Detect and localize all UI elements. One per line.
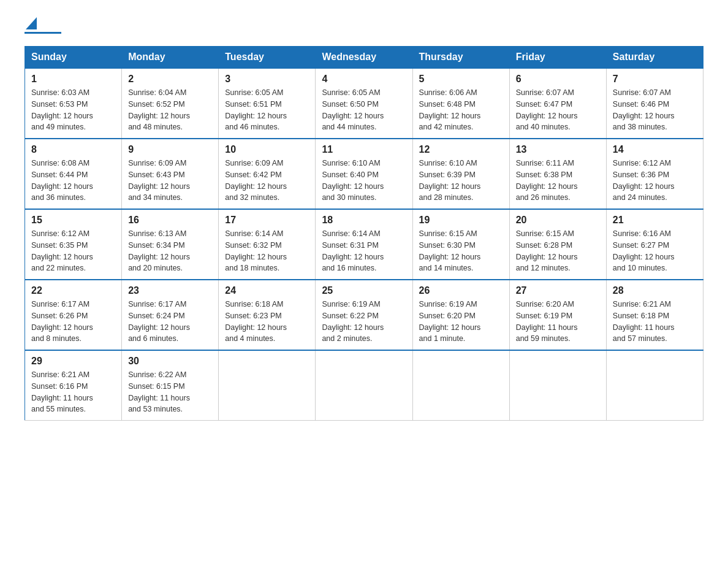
calendar-cell: 1Sunrise: 6:03 AM Sunset: 6:53 PM Daylig… — [25, 68, 122, 139]
calendar-cell: 18Sunrise: 6:14 AM Sunset: 6:31 PM Dayli… — [316, 209, 412, 280]
calendar-cell — [509, 350, 606, 421]
calendar-cell: 29Sunrise: 6:21 AM Sunset: 6:16 PM Dayli… — [25, 350, 122, 421]
day-number: 7 — [613, 74, 697, 85]
calendar-cell: 7Sunrise: 6:07 AM Sunset: 6:46 PM Daylig… — [606, 68, 703, 139]
day-number: 19 — [419, 215, 503, 226]
day-number: 22 — [31, 285, 115, 296]
day-number: 3 — [225, 74, 309, 85]
day-info: Sunrise: 6:09 AM Sunset: 6:43 PM Dayligh… — [128, 158, 212, 204]
calendar-cell: 27Sunrise: 6:20 AM Sunset: 6:19 PM Dayli… — [509, 280, 606, 350]
calendar-cell: 30Sunrise: 6:22 AM Sunset: 6:15 PM Dayli… — [122, 350, 219, 421]
calendar-cell: 2Sunrise: 6:04 AM Sunset: 6:52 PM Daylig… — [122, 68, 219, 139]
day-number: 10 — [225, 144, 309, 155]
day-info: Sunrise: 6:21 AM Sunset: 6:18 PM Dayligh… — [613, 299, 697, 345]
day-number: 5 — [419, 74, 503, 85]
day-info: Sunrise: 6:14 AM Sunset: 6:31 PM Dayligh… — [322, 228, 406, 274]
calendar-week-row: 8Sunrise: 6:08 AM Sunset: 6:44 PM Daylig… — [25, 139, 703, 209]
day-number: 15 — [31, 215, 115, 226]
calendar-cell: 10Sunrise: 6:09 AM Sunset: 6:42 PM Dayli… — [219, 139, 316, 209]
calendar-cell: 9Sunrise: 6:09 AM Sunset: 6:43 PM Daylig… — [122, 139, 219, 209]
day-number: 12 — [419, 144, 503, 155]
day-info: Sunrise: 6:18 AM Sunset: 6:23 PM Dayligh… — [225, 299, 309, 345]
day-info: Sunrise: 6:15 AM Sunset: 6:30 PM Dayligh… — [419, 228, 503, 274]
weekday-header-monday: Monday — [122, 47, 219, 69]
day-info: Sunrise: 6:07 AM Sunset: 6:47 PM Dayligh… — [516, 87, 600, 133]
day-number: 21 — [613, 215, 697, 226]
day-info: Sunrise: 6:05 AM Sunset: 6:50 PM Dayligh… — [322, 87, 406, 133]
day-number: 25 — [322, 285, 406, 296]
day-number: 4 — [322, 74, 406, 85]
day-info: Sunrise: 6:06 AM Sunset: 6:48 PM Dayligh… — [419, 87, 503, 133]
day-number: 13 — [516, 144, 600, 155]
calendar-cell: 25Sunrise: 6:19 AM Sunset: 6:22 PM Dayli… — [316, 280, 412, 350]
day-info: Sunrise: 6:17 AM Sunset: 6:26 PM Dayligh… — [31, 299, 115, 345]
day-info: Sunrise: 6:10 AM Sunset: 6:40 PM Dayligh… — [322, 158, 406, 204]
calendar-cell: 22Sunrise: 6:17 AM Sunset: 6:26 PM Dayli… — [25, 280, 122, 350]
weekday-header-row: SundayMondayTuesdayWednesdayThursdayFrid… — [25, 47, 703, 69]
svg-marker-0 — [26, 17, 37, 29]
weekday-header-sunday: Sunday — [25, 47, 122, 69]
day-number: 26 — [419, 285, 503, 296]
day-info: Sunrise: 6:19 AM Sunset: 6:22 PM Dayligh… — [322, 299, 406, 345]
logo — [25, 18, 64, 34]
calendar-cell: 4Sunrise: 6:05 AM Sunset: 6:50 PM Daylig… — [316, 68, 412, 139]
calendar-cell — [412, 350, 509, 421]
day-number: 9 — [128, 144, 212, 155]
calendar-cell: 26Sunrise: 6:19 AM Sunset: 6:20 PM Dayli… — [412, 280, 509, 350]
calendar-cell: 20Sunrise: 6:15 AM Sunset: 6:28 PM Dayli… — [509, 209, 606, 280]
day-number: 2 — [128, 74, 212, 85]
day-number: 27 — [516, 285, 600, 296]
day-info: Sunrise: 6:09 AM Sunset: 6:42 PM Dayligh… — [225, 158, 309, 204]
day-number: 14 — [613, 144, 697, 155]
calendar-table: SundayMondayTuesdayWednesdayThursdayFrid… — [25, 46, 703, 421]
day-info: Sunrise: 6:16 AM Sunset: 6:27 PM Dayligh… — [613, 228, 697, 274]
day-info: Sunrise: 6:22 AM Sunset: 6:15 PM Dayligh… — [128, 369, 212, 415]
day-number: 6 — [516, 74, 600, 85]
calendar-cell: 21Sunrise: 6:16 AM Sunset: 6:27 PM Dayli… — [606, 209, 703, 280]
calendar-cell — [316, 350, 412, 421]
day-number: 11 — [322, 144, 406, 155]
calendar-cell: 12Sunrise: 6:10 AM Sunset: 6:39 PM Dayli… — [412, 139, 509, 209]
calendar-cell: 14Sunrise: 6:12 AM Sunset: 6:36 PM Dayli… — [606, 139, 703, 209]
day-number: 28 — [613, 285, 697, 296]
calendar-cell: 28Sunrise: 6:21 AM Sunset: 6:18 PM Dayli… — [606, 280, 703, 350]
calendar-cell: 13Sunrise: 6:11 AM Sunset: 6:38 PM Dayli… — [509, 139, 606, 209]
day-number: 24 — [225, 285, 309, 296]
calendar-cell: 11Sunrise: 6:10 AM Sunset: 6:40 PM Dayli… — [316, 139, 412, 209]
day-info: Sunrise: 6:13 AM Sunset: 6:34 PM Dayligh… — [128, 228, 212, 274]
day-info: Sunrise: 6:10 AM Sunset: 6:39 PM Dayligh… — [419, 158, 503, 204]
day-number: 18 — [322, 215, 406, 226]
weekday-header-wednesday: Wednesday — [316, 47, 412, 69]
calendar-cell: 24Sunrise: 6:18 AM Sunset: 6:23 PM Dayli… — [219, 280, 316, 350]
calendar-cell: 5Sunrise: 6:06 AM Sunset: 6:48 PM Daylig… — [412, 68, 509, 139]
calendar-cell: 23Sunrise: 6:17 AM Sunset: 6:24 PM Dayli… — [122, 280, 219, 350]
calendar-week-row: 22Sunrise: 6:17 AM Sunset: 6:26 PM Dayli… — [25, 280, 703, 350]
page-header — [25, 18, 703, 34]
day-number: 1 — [31, 74, 115, 85]
calendar-week-row: 15Sunrise: 6:12 AM Sunset: 6:35 PM Dayli… — [25, 209, 703, 280]
calendar-cell: 16Sunrise: 6:13 AM Sunset: 6:34 PM Dayli… — [122, 209, 219, 280]
calendar-week-row: 1Sunrise: 6:03 AM Sunset: 6:53 PM Daylig… — [25, 68, 703, 139]
calendar-cell: 8Sunrise: 6:08 AM Sunset: 6:44 PM Daylig… — [25, 139, 122, 209]
day-info: Sunrise: 6:15 AM Sunset: 6:28 PM Dayligh… — [516, 228, 600, 274]
day-info: Sunrise: 6:11 AM Sunset: 6:38 PM Dayligh… — [516, 158, 600, 204]
day-number: 23 — [128, 285, 212, 296]
day-number: 17 — [225, 215, 309, 226]
day-info: Sunrise: 6:20 AM Sunset: 6:19 PM Dayligh… — [516, 299, 600, 345]
day-info: Sunrise: 6:12 AM Sunset: 6:35 PM Dayligh… — [31, 228, 115, 274]
calendar-cell — [219, 350, 316, 421]
day-info: Sunrise: 6:17 AM Sunset: 6:24 PM Dayligh… — [128, 299, 212, 345]
day-number: 20 — [516, 215, 600, 226]
calendar-week-row: 29Sunrise: 6:21 AM Sunset: 6:16 PM Dayli… — [25, 350, 703, 421]
logo-triangle-icon — [26, 17, 37, 29]
weekday-header-friday: Friday — [509, 47, 606, 69]
day-number: 16 — [128, 215, 212, 226]
calendar-cell: 15Sunrise: 6:12 AM Sunset: 6:35 PM Dayli… — [25, 209, 122, 280]
weekday-header-tuesday: Tuesday — [219, 47, 316, 69]
calendar-cell: 19Sunrise: 6:15 AM Sunset: 6:30 PM Dayli… — [412, 209, 509, 280]
calendar-cell: 17Sunrise: 6:14 AM Sunset: 6:32 PM Dayli… — [219, 209, 316, 280]
day-number: 29 — [31, 356, 115, 367]
calendar-cell: 6Sunrise: 6:07 AM Sunset: 6:47 PM Daylig… — [509, 68, 606, 139]
day-info: Sunrise: 6:08 AM Sunset: 6:44 PM Dayligh… — [31, 158, 115, 204]
day-info: Sunrise: 6:21 AM Sunset: 6:16 PM Dayligh… — [31, 369, 115, 415]
